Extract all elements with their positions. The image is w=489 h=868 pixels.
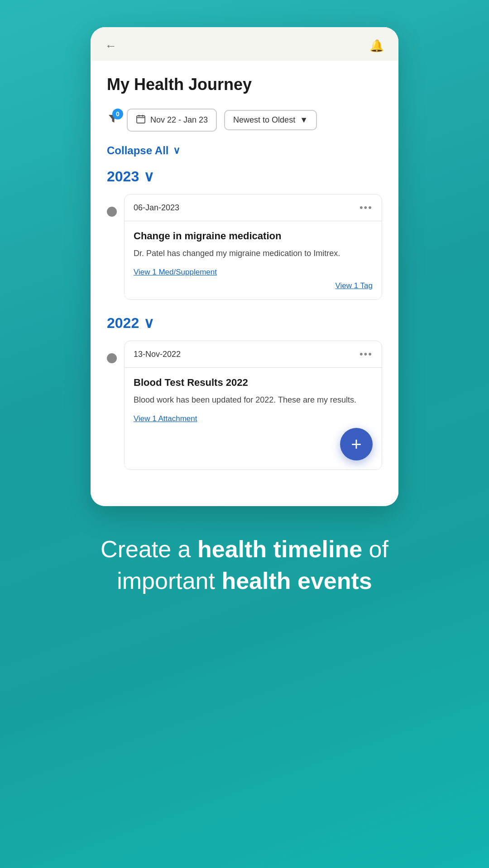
promo-text: Create a health timeline of important he… — [101, 533, 388, 597]
filter-badge: 0 — [112, 109, 123, 119]
promo-line2-bold: health events — [221, 568, 372, 594]
year-section-2023: 2023 ∨ 06-Jan-2023 ••• Change in migrain… — [107, 168, 382, 300]
card-header-0: 06-Jan-2023 ••• — [125, 194, 382, 221]
date-range-button[interactable]: Nov 22 - Jan 23 — [127, 109, 217, 132]
card-title-0: Change in migraine medication — [134, 230, 373, 242]
collapse-all-button[interactable]: Collapse All ∨ — [107, 144, 382, 157]
more-options-icon-0[interactable]: ••• — [360, 202, 373, 213]
card-title-1: Blood Test Results 2022 — [134, 377, 373, 389]
year-label-2023: 2023 — [107, 168, 139, 185]
promo-line1-normal: Create a — [101, 536, 197, 562]
year-chevron-2023: ∨ — [144, 168, 154, 185]
back-button[interactable]: ← — [105, 40, 117, 52]
collapse-all-label: Collapse All — [107, 144, 168, 157]
more-options-icon-1[interactable]: ••• — [360, 348, 373, 360]
timeline-entry-0: 06-Jan-2023 ••• Change in migraine medic… — [107, 194, 382, 300]
date-range-label: Nov 22 - Jan 23 — [150, 115, 208, 125]
year-chevron-2022: ∨ — [144, 314, 154, 332]
collapse-all-chevron-icon: ∨ — [173, 145, 180, 157]
promo-line2: important health events — [117, 568, 372, 594]
year-header-2023[interactable]: 2023 ∨ — [107, 168, 382, 185]
promo-line1-tail: of — [362, 536, 388, 562]
promo-line2-normal: important — [117, 568, 221, 594]
timeline-entry-1: 13-Nov-2022 ••• Blood Test Results 2022 … — [107, 341, 382, 470]
card-body-1: Blood Test Results 2022 Blood work has b… — [125, 368, 382, 470]
card-link2-0[interactable]: View 1 Tag — [134, 281, 373, 290]
card-body-0: Change in migraine medication Dr. Patel … — [125, 221, 382, 299]
card-date-1: 13-Nov-2022 — [134, 350, 181, 359]
timeline-card-0: 06-Jan-2023 ••• Change in migraine medic… — [124, 194, 382, 300]
card-desc-0: Dr. Patel has changed my migraine medica… — [134, 247, 373, 260]
year-section-2022: 2022 ∨ 13-Nov-2022 ••• Blood Test Result… — [107, 314, 382, 470]
timeline-dot-1 — [107, 353, 117, 363]
card-date-0: 06-Jan-2023 — [134, 203, 179, 213]
phone-card: ← 🔔 My Health Journey 0 — [91, 27, 398, 506]
sort-label: Newest to Oldest — [233, 115, 295, 125]
card-link1-1[interactable]: View 1 Attachment — [134, 414, 373, 423]
top-bar: ← 🔔 — [91, 27, 398, 61]
notification-bell-icon[interactable]: 🔔 — [369, 40, 384, 52]
year-label-2022: 2022 — [107, 315, 139, 332]
promo-line1-bold: health timeline — [197, 536, 362, 562]
fab-container: + — [134, 428, 373, 460]
card-desc-1: Blood work has been updated for 2022. Th… — [134, 394, 373, 406]
year-header-2022[interactable]: 2022 ∨ — [107, 314, 382, 332]
timeline-dot-0 — [107, 207, 117, 217]
filter-icon-wrap[interactable]: 0 — [107, 112, 120, 128]
card-link1-0[interactable]: View 1 Med/Supplement — [134, 268, 373, 277]
content-area: My Health Journey 0 — [91, 61, 398, 506]
page-title: My Health Journey — [107, 75, 382, 94]
filter-bar: 0 Nov 22 - Jan 23 Newest to Oldest ▼ — [107, 109, 382, 132]
sort-arrow-icon: ▼ — [300, 115, 308, 125]
promo-section: Create a health timeline of important he… — [73, 506, 416, 633]
card-header-1: 13-Nov-2022 ••• — [125, 341, 382, 368]
add-entry-button[interactable]: + — [340, 428, 373, 460]
svg-rect-0 — [137, 116, 145, 123]
calendar-icon — [136, 114, 146, 126]
timeline-card-1: 13-Nov-2022 ••• Blood Test Results 2022 … — [124, 341, 382, 470]
promo-line1: Create a health timeline of — [101, 536, 388, 562]
sort-button[interactable]: Newest to Oldest ▼ — [224, 110, 317, 130]
